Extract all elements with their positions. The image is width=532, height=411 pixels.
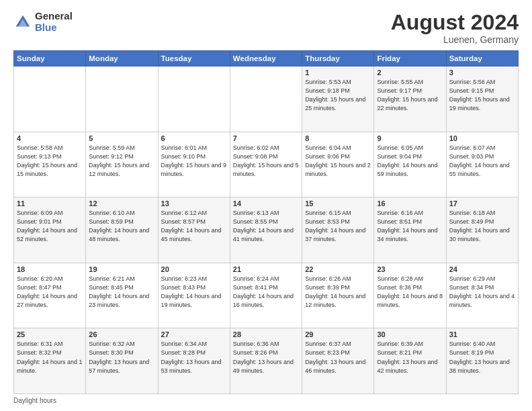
day-info: Sunrise: 6:39 AM Sunset: 8:21 PM Dayligh… (377, 340, 443, 375)
logo-general-text: General (35, 11, 73, 22)
day-cell (230, 66, 302, 132)
day-number: 4 (17, 134, 83, 142)
day-number: 17 (449, 199, 515, 208)
day-cell: 7Sunrise: 6:02 AM Sunset: 9:08 PM Daylig… (230, 132, 302, 197)
day-number: 6 (161, 134, 227, 142)
day-number: 1 (305, 68, 371, 77)
day-cell: 31Sunrise: 6:40 AM Sunset: 8:19 PM Dayli… (446, 328, 518, 394)
day-cell (14, 66, 86, 132)
day-info: Sunrise: 6:04 AM Sunset: 9:06 PM Dayligh… (305, 144, 371, 179)
day-cell: 24Sunrise: 6:29 AM Sunset: 8:34 PM Dayli… (446, 263, 518, 328)
day-number: 29 (305, 330, 371, 338)
day-info: Sunrise: 6:02 AM Sunset: 9:08 PM Dayligh… (233, 144, 299, 179)
day-number: 3 (449, 68, 515, 77)
week-row-1: 1Sunrise: 5:53 AM Sunset: 9:18 PM Daylig… (14, 66, 519, 132)
calendar-body: 1Sunrise: 5:53 AM Sunset: 9:18 PM Daylig… (14, 66, 519, 394)
day-cell: 22Sunrise: 6:26 AM Sunset: 8:39 PM Dayli… (302, 263, 374, 328)
location: Luenen, Germany (391, 34, 519, 45)
col-header-thursday: Thursday (302, 51, 374, 66)
logo-icon (13, 13, 32, 32)
day-number: 14 (233, 199, 299, 208)
week-row-4: 18Sunrise: 6:20 AM Sunset: 8:47 PM Dayli… (14, 263, 519, 328)
day-number: 11 (17, 199, 83, 208)
day-cell: 1Sunrise: 5:53 AM Sunset: 9:18 PM Daylig… (302, 66, 374, 132)
day-info: Sunrise: 5:53 AM Sunset: 9:18 PM Dayligh… (305, 78, 371, 113)
day-cell: 18Sunrise: 6:20 AM Sunset: 8:47 PM Dayli… (14, 263, 86, 328)
logo-text: General Blue (35, 11, 73, 33)
calendar-table: SundayMondayTuesdayWednesdayThursdayFrid… (13, 50, 519, 394)
day-cell: 3Sunrise: 5:56 AM Sunset: 9:15 PM Daylig… (446, 66, 518, 132)
day-info: Sunrise: 6:16 AM Sunset: 8:51 PM Dayligh… (377, 209, 443, 244)
page: General Blue August 2024 Luenen, Germany… (0, 0, 532, 411)
day-number: 27 (161, 330, 227, 338)
day-cell: 30Sunrise: 6:39 AM Sunset: 8:21 PM Dayli… (374, 328, 446, 394)
day-info: Sunrise: 6:15 AM Sunset: 8:53 PM Dayligh… (305, 209, 371, 244)
col-header-friday: Friday (374, 51, 446, 66)
day-number: 20 (161, 265, 227, 273)
day-number: 30 (377, 330, 443, 338)
day-number: 31 (449, 330, 515, 338)
day-number: 26 (89, 330, 154, 338)
day-number: 19 (89, 265, 154, 273)
col-header-tuesday: Tuesday (158, 51, 230, 66)
day-info: Sunrise: 6:32 AM Sunset: 8:30 PM Dayligh… (89, 340, 154, 375)
day-cell: 12Sunrise: 6:10 AM Sunset: 8:59 PM Dayli… (86, 197, 158, 263)
day-cell: 14Sunrise: 6:13 AM Sunset: 8:55 PM Dayli… (230, 197, 302, 263)
day-info: Sunrise: 6:18 AM Sunset: 8:49 PM Dayligh… (449, 209, 515, 244)
day-cell: 26Sunrise: 6:32 AM Sunset: 8:30 PM Dayli… (86, 328, 158, 394)
footer-note: Daylight hours (13, 397, 519, 404)
day-cell: 11Sunrise: 6:09 AM Sunset: 9:01 PM Dayli… (14, 197, 86, 263)
day-number: 12 (89, 199, 154, 208)
week-row-2: 4Sunrise: 5:58 AM Sunset: 9:13 PM Daylig… (14, 132, 519, 197)
week-row-3: 11Sunrise: 6:09 AM Sunset: 9:01 PM Dayli… (14, 197, 519, 263)
day-info: Sunrise: 6:24 AM Sunset: 8:41 PM Dayligh… (233, 275, 299, 310)
day-cell: 19Sunrise: 6:21 AM Sunset: 8:45 PM Dayli… (86, 263, 158, 328)
logo-blue-text: Blue (35, 22, 73, 34)
day-info: Sunrise: 6:34 AM Sunset: 8:28 PM Dayligh… (161, 340, 227, 375)
day-cell: 17Sunrise: 6:18 AM Sunset: 8:49 PM Dayli… (446, 197, 518, 263)
footer-text: Daylight hours (13, 397, 56, 404)
day-info: Sunrise: 6:09 AM Sunset: 9:01 PM Dayligh… (17, 209, 83, 244)
calendar: SundayMondayTuesdayWednesdayThursdayFrid… (13, 50, 519, 394)
day-info: Sunrise: 6:40 AM Sunset: 8:19 PM Dayligh… (449, 340, 515, 375)
day-cell: 15Sunrise: 6:15 AM Sunset: 8:53 PM Dayli… (302, 197, 374, 263)
day-cell: 13Sunrise: 6:12 AM Sunset: 8:57 PM Dayli… (158, 197, 230, 263)
day-number: 23 (377, 265, 443, 273)
day-cell (86, 66, 158, 132)
day-number: 18 (17, 265, 83, 273)
day-number: 25 (17, 330, 83, 338)
day-info: Sunrise: 6:29 AM Sunset: 8:34 PM Dayligh… (449, 275, 515, 310)
day-cell: 4Sunrise: 5:58 AM Sunset: 9:13 PM Daylig… (14, 132, 86, 197)
day-cell: 6Sunrise: 6:01 AM Sunset: 9:10 PM Daylig… (158, 132, 230, 197)
day-cell: 20Sunrise: 6:23 AM Sunset: 8:43 PM Dayli… (158, 263, 230, 328)
day-number: 22 (305, 265, 371, 273)
day-number: 8 (305, 134, 371, 142)
day-cell: 21Sunrise: 6:24 AM Sunset: 8:41 PM Dayli… (230, 263, 302, 328)
day-number: 21 (233, 265, 299, 273)
day-info: Sunrise: 5:58 AM Sunset: 9:13 PM Dayligh… (17, 144, 83, 179)
day-info: Sunrise: 6:20 AM Sunset: 8:47 PM Dayligh… (17, 275, 83, 310)
day-info: Sunrise: 6:21 AM Sunset: 8:45 PM Dayligh… (89, 275, 154, 310)
header-row: SundayMondayTuesdayWednesdayThursdayFrid… (14, 51, 519, 66)
col-header-saturday: Saturday (446, 51, 518, 66)
day-cell: 16Sunrise: 6:16 AM Sunset: 8:51 PM Dayli… (374, 197, 446, 263)
day-number: 16 (377, 199, 443, 208)
day-info: Sunrise: 6:26 AM Sunset: 8:39 PM Dayligh… (305, 275, 371, 310)
day-info: Sunrise: 6:31 AM Sunset: 8:32 PM Dayligh… (17, 340, 83, 375)
day-cell: 5Sunrise: 5:59 AM Sunset: 9:12 PM Daylig… (86, 132, 158, 197)
day-cell: 27Sunrise: 6:34 AM Sunset: 8:28 PM Dayli… (158, 328, 230, 394)
day-info: Sunrise: 6:23 AM Sunset: 8:43 PM Dayligh… (161, 275, 227, 310)
day-cell: 23Sunrise: 6:28 AM Sunset: 8:36 PM Dayli… (374, 263, 446, 328)
header: General Blue August 2024 Luenen, Germany (13, 11, 519, 45)
col-header-monday: Monday (86, 51, 158, 66)
day-number: 15 (305, 199, 371, 208)
day-info: Sunrise: 6:13 AM Sunset: 8:55 PM Dayligh… (233, 209, 299, 244)
day-number: 5 (89, 134, 154, 142)
title-block: August 2024 Luenen, Germany (391, 11, 519, 45)
day-number: 28 (233, 330, 299, 338)
day-cell: 2Sunrise: 5:55 AM Sunset: 9:17 PM Daylig… (374, 66, 446, 132)
day-info: Sunrise: 6:36 AM Sunset: 8:26 PM Dayligh… (233, 340, 299, 375)
col-header-wednesday: Wednesday (230, 51, 302, 66)
day-info: Sunrise: 5:59 AM Sunset: 9:12 PM Dayligh… (89, 144, 154, 179)
day-cell: 9Sunrise: 6:05 AM Sunset: 9:04 PM Daylig… (374, 132, 446, 197)
